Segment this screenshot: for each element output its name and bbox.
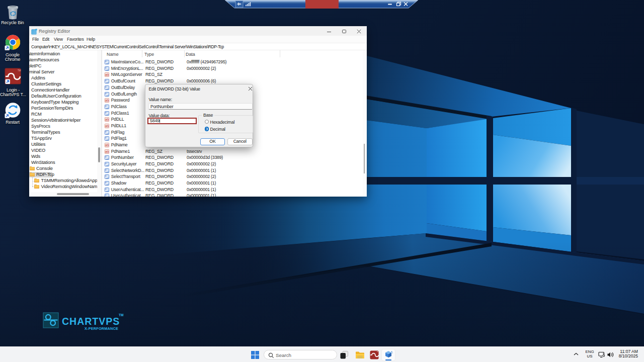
svg-text:TM: TM [18,69,21,72]
svg-text:TM: TM [119,313,123,317]
svg-text:CHARTVPS: CHARTVPS [62,316,120,327]
svg-text:X-PERFORMANCE: X-PERFORMANCE [85,326,118,331]
